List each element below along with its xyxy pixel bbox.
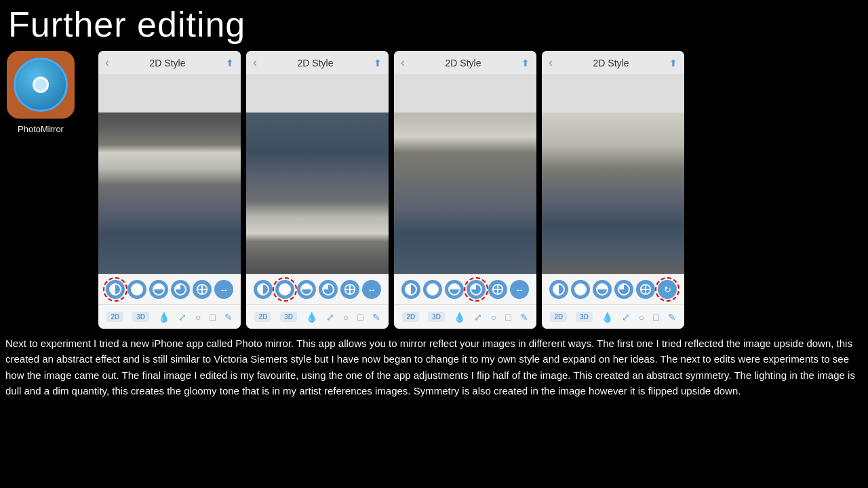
controls-4: ↻	[542, 274, 684, 304]
split-icon-3	[492, 283, 504, 296]
ctrl-full-1[interactable]	[127, 280, 146, 299]
ctrl-full-3[interactable]	[423, 280, 442, 299]
edit-icon-1[interactable]: ✎	[224, 312, 233, 323]
photo-3	[394, 113, 536, 274]
2d-btn-4[interactable]: 2D	[550, 312, 567, 322]
circle-icon-3[interactable]: ○	[491, 312, 496, 323]
quarter-icon-4	[618, 283, 630, 296]
back-arrow-4[interactable]: ‹	[549, 56, 553, 70]
ctrl-half-top-2[interactable]	[297, 280, 316, 299]
app-icon[interactable]	[7, 51, 75, 119]
ctrl-quarter-2[interactable]	[319, 280, 338, 299]
image-area-4	[542, 113, 684, 274]
split-icon-1	[196, 283, 208, 296]
ctrl-half-top-3[interactable]	[445, 280, 464, 299]
split-icon-2	[344, 283, 356, 296]
ctrl-split-3[interactable]	[488, 280, 507, 299]
drop-icon-1[interactable]: 💧	[158, 312, 170, 323]
ctrl-half-left-4[interactable]	[549, 280, 568, 299]
share-icon-1[interactable]: ⬆	[226, 58, 234, 68]
ctrl-arrow-4[interactable]: ↻	[658, 280, 677, 299]
circle-icon-2[interactable]: ○	[343, 312, 349, 323]
screenshots-row: ‹ 2D Style ⬆	[98, 51, 861, 329]
3d-btn-3[interactable]: 3D	[428, 312, 445, 322]
screen-title-2: 2D Style	[298, 58, 334, 68]
zoom-icon-3[interactable]: ⤢	[474, 312, 482, 323]
image-area-1	[98, 113, 241, 274]
ctrl-arrow-2[interactable]: ↔	[362, 280, 381, 299]
app-icon-inner	[14, 58, 68, 112]
back-arrow-3[interactable]: ‹	[401, 56, 405, 70]
share-icon-4[interactable]: ⬆	[669, 58, 677, 68]
back-arrow-1[interactable]: ‹	[105, 56, 109, 70]
screen-title-1: 2D Style	[150, 58, 186, 68]
edit-icon-2[interactable]: ✎	[372, 312, 380, 323]
quarter-icon-3	[470, 283, 482, 296]
full-icon-2	[279, 283, 291, 296]
ctrl-split-2[interactable]	[340, 280, 359, 299]
ctrl-split-4[interactable]	[636, 280, 655, 299]
half-top-icon-1	[153, 283, 165, 296]
screen-title-3: 2D Style	[446, 58, 481, 68]
bottom-bar-3: 2D 3D 💧 ⤢ ○ □ ✎	[394, 304, 536, 329]
preview-area-3	[394, 75, 536, 113]
back-arrow-2[interactable]: ‹	[253, 56, 257, 70]
ctrl-split-1[interactable]	[193, 280, 212, 299]
phone-screen-3: ‹ 2D Style ⬆	[394, 51, 536, 329]
share-icon-2[interactable]: ⬆	[374, 58, 382, 68]
square-icon-1[interactable]: □	[210, 312, 215, 323]
circle-icon-4[interactable]: ○	[639, 312, 644, 323]
drop-icon-2[interactable]: 💧	[306, 312, 317, 323]
2d-btn-3[interactable]: 2D	[402, 312, 419, 322]
body-text: Next to experiment I tried a new iPhone …	[0, 336, 868, 399]
controls-1: ↔	[98, 274, 241, 304]
drop-icon-4[interactable]: 💧	[601, 312, 613, 323]
top-bar-4: ‹ 2D Style ⬆	[542, 51, 684, 75]
ctrl-arrow-1[interactable]: ↔	[214, 280, 233, 299]
circle-icon-1[interactable]: ○	[195, 312, 201, 323]
2d-btn-1[interactable]: 2D	[106, 312, 123, 322]
square-icon-2[interactable]: □	[357, 312, 363, 323]
ctrl-quarter-3[interactable]	[467, 280, 486, 299]
square-icon-4[interactable]: □	[653, 312, 658, 323]
left-column: PhotoMirror	[7, 51, 92, 329]
photo-4	[542, 113, 684, 274]
full-icon-4	[574, 283, 587, 296]
full-icon-1	[131, 283, 143, 296]
3d-btn-4[interactable]: 3D	[576, 312, 593, 322]
ctrl-half-top-1[interactable]	[149, 280, 168, 299]
phone-screen-1: ‹ 2D Style ⬆	[98, 51, 241, 329]
top-bar-1: ‹ 2D Style ⬆	[98, 51, 241, 75]
ctrl-half-left-2[interactable]	[254, 280, 273, 299]
zoom-icon-1[interactable]: ⤢	[178, 312, 186, 323]
ctrl-quarter-4[interactable]	[614, 280, 633, 299]
ctrl-half-left-1[interactable]	[106, 280, 125, 299]
drop-icon-3[interactable]: 💧	[454, 312, 465, 323]
ctrl-full-4[interactable]	[571, 280, 590, 299]
zoom-icon-4[interactable]: ⤢	[622, 312, 630, 323]
half-left-icon-3	[405, 283, 417, 296]
zoom-icon-2[interactable]: ⤢	[326, 312, 334, 323]
full-icon-3	[427, 283, 439, 296]
ctrl-arrow-3[interactable]: ↔	[510, 280, 529, 299]
phone-screen-4: ‹ 2D Style ⬆	[542, 51, 684, 329]
photo-2	[246, 113, 389, 274]
share-icon-3[interactable]: ⬆	[521, 58, 530, 68]
ctrl-quarter-1[interactable]	[171, 280, 190, 299]
ctrl-half-top-4[interactable]	[593, 280, 612, 299]
square-icon-3[interactable]: □	[505, 312, 511, 323]
ctrl-full-2[interactable]	[275, 280, 294, 299]
edit-icon-3[interactable]: ✎	[520, 312, 528, 323]
app-icon-dot	[33, 77, 49, 93]
phone-screen-2: ‹ 2D Style ⬆	[246, 51, 389, 329]
edit-icon-4[interactable]: ✎	[668, 312, 676, 323]
photo-1	[98, 113, 241, 274]
3d-btn-1[interactable]: 3D	[132, 312, 149, 322]
arrow-icon-2: ↔	[368, 285, 376, 295]
2d-btn-2[interactable]: 2D	[254, 312, 271, 322]
3d-btn-2[interactable]: 3D	[280, 312, 297, 322]
half-left-icon-4	[553, 283, 565, 296]
ctrl-half-left-3[interactable]	[401, 280, 420, 299]
image-area-2	[246, 113, 389, 274]
preview-area-4	[542, 75, 684, 113]
